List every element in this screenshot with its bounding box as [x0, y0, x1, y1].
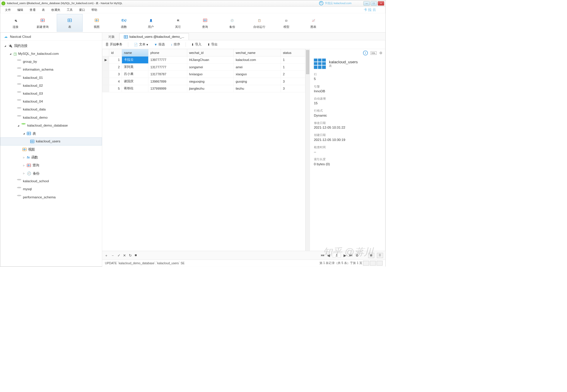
toolbar-query[interactable]: 查询: [192, 14, 218, 32]
tree-db[interactable]: kalacloud_school: [0, 177, 102, 185]
menu-edit[interactable]: 编辑: [15, 7, 26, 12]
table-row[interactable]: 2宋阿美131777777songameiamei1: [102, 64, 305, 71]
col-phone[interactable]: phone: [148, 49, 187, 56]
menu-file[interactable]: 文件: [2, 7, 13, 12]
view-icon: [93, 17, 101, 24]
status-btn-2[interactable]: [370, 261, 376, 265]
toolbar-backup[interactable]: 🕘备份: [219, 14, 245, 32]
page-input[interactable]: [333, 253, 341, 258]
toolbar-user[interactable]: 👤用户: [138, 14, 164, 32]
user-icon: 👤: [147, 17, 155, 24]
table-icon: [124, 35, 128, 38]
grid-mode-button[interactable]: ▦: [368, 253, 374, 258]
menu-window[interactable]: 窗口: [76, 7, 88, 12]
delete-row-button[interactable]: －: [111, 253, 115, 258]
minimize-button[interactable]: —: [363, 1, 370, 6]
status-btn-1[interactable]: [363, 261, 369, 265]
table-row[interactable]: 3吕小果131778787lvxiaoguoxiaoguo2: [102, 71, 305, 78]
col-name[interactable]: name: [122, 49, 148, 56]
tabbar: 对象 kalacloud_users @kalacloud_demo_...: [102, 33, 385, 40]
info-title: kalacloud_users: [329, 59, 358, 64]
navicat-cloud[interactable]: ☁Navicat Cloud: [0, 33, 102, 41]
menu-table[interactable]: 表: [39, 7, 48, 12]
toolbar-function[interactable]: f(x)函数: [111, 14, 137, 32]
sort-button[interactable]: ↕排序: [170, 42, 181, 47]
table-large-icon: [314, 59, 326, 69]
tree-db[interactable]: information_schema: [0, 66, 102, 74]
tree-db[interactable]: kalacloud_04: [0, 98, 102, 105]
import-button[interactable]: ⬇导入: [190, 42, 203, 47]
refresh-button[interactable]: ↻: [129, 253, 132, 258]
tree-db[interactable]: performance_schema: [0, 193, 102, 201]
table-icon: [30, 140, 34, 143]
toolbar-connection[interactable]: 🔌连接: [3, 14, 28, 32]
col-status[interactable]: status: [281, 49, 305, 56]
close-button[interactable]: ✕: [378, 1, 384, 6]
tree-views[interactable]: 视图: [0, 145, 102, 153]
toolbar-view[interactable]: 视图: [84, 14, 110, 32]
data-grid[interactable]: id name phone wechat_id wechat_name stat…: [102, 49, 305, 251]
status-btn-3[interactable]: [377, 261, 382, 265]
query2-icon: [201, 17, 209, 24]
plug-icon: 🔌: [11, 17, 20, 24]
ddl-icon[interactable]: DDL: [370, 51, 376, 55]
toolbar-new-query[interactable]: 新建查询: [30, 14, 55, 32]
menu-view[interactable]: 查看: [27, 7, 38, 12]
record-info: 第 1 条记录（共 5 条）于第 1 页: [320, 261, 362, 265]
begin-transaction-button[interactable]: 🗄开始事务: [104, 42, 124, 47]
tree-db-active[interactable]: ◢kalacloud_demo_database: [0, 122, 102, 129]
form-mode-button[interactable]: ☰: [377, 253, 383, 258]
tree-db[interactable]: kalacloud_02: [0, 82, 102, 90]
prev-page-button[interactable]: ◀: [327, 253, 330, 258]
table-row[interactable]: ▶1卡拉云139777777HiJiangChuankalacloud.com1: [102, 56, 305, 63]
tree-queries[interactable]: ▷查询: [0, 161, 102, 169]
tree-db[interactable]: kalacloud_01: [0, 74, 102, 82]
chart-icon: 📈: [309, 17, 318, 24]
toolbar-automation[interactable]: 📋自动运行: [246, 14, 272, 32]
col-id[interactable]: id: [109, 49, 122, 56]
add-row-button[interactable]: ＋: [105, 253, 108, 258]
stop-button[interactable]: ■: [135, 253, 137, 257]
views-icon: [23, 148, 27, 151]
table-row[interactable]: 4谢国庆139867899xieguoqingguoqing3: [102, 78, 305, 85]
toolbar-table[interactable]: 表: [57, 14, 83, 32]
table-row[interactable]: 5蒋铁柱137999999jiangtiezhutiezhu3: [102, 85, 305, 92]
tree-tables-folder[interactable]: ◢表: [0, 129, 102, 137]
first-page-button[interactable]: ⏮: [321, 253, 324, 257]
brand-watermark: 卡拉云 kalacloud.com: [319, 1, 351, 5]
menu-tools[interactable]: 工具: [64, 7, 75, 12]
tree-table-selected[interactable]: kalacloud_users: [0, 137, 102, 145]
last-page-button[interactable]: ⏭: [349, 253, 353, 257]
tree-connection[interactable]: ◢◳MySQL_for_kalacloud.com: [0, 50, 102, 58]
tree-db[interactable]: kalacloud_03: [0, 90, 102, 98]
menu-help[interactable]: 帮助: [89, 7, 100, 12]
tab-active-table[interactable]: kalacloud_users @kalacloud_demo_...: [119, 33, 189, 40]
text-mode-button[interactable]: 📄文本▾: [133, 42, 149, 47]
tree-root[interactable]: ◢🔌我的连接: [0, 42, 102, 50]
col-wechat-name[interactable]: wechat_name: [234, 49, 281, 56]
vertical-scrollbar[interactable]: [305, 49, 310, 251]
commit-button[interactable]: ✓: [117, 253, 120, 258]
menu-favorites[interactable]: 收藏夹: [49, 7, 63, 12]
page-settings-button[interactable]: ⚙: [356, 253, 359, 258]
tree-db[interactable]: mysql: [0, 185, 102, 193]
tree-db[interactable]: kalacloud_data: [0, 105, 102, 113]
toolbar-chart[interactable]: 📈图表: [300, 14, 326, 32]
next-page-button[interactable]: ▶: [344, 253, 346, 258]
info-icon[interactable]: i: [363, 51, 368, 55]
maximize-button[interactable]: ☐: [370, 1, 377, 6]
export-button[interactable]: ⬆导出: [206, 42, 219, 47]
tree-db[interactable]: kalacloud_demo: [0, 114, 102, 122]
toolbar-model[interactable]: 🗂模型: [274, 14, 299, 32]
tab-objects[interactable]: 对象: [104, 33, 119, 40]
toolbar-other[interactable]: 🛠其它: [165, 14, 191, 32]
col-wechat-id[interactable]: wechat_id: [187, 49, 234, 56]
cancel-button[interactable]: ✕: [123, 253, 126, 258]
tree-db[interactable]: group_by: [0, 58, 102, 66]
gear-icon[interactable]: ⚙: [379, 51, 382, 55]
filter-button[interactable]: ▼筛选: [153, 42, 166, 47]
status-bar: UPDATE `kalacloud_demo_database`.`kalacl…: [102, 260, 385, 266]
tree-functions[interactable]: ▷fx函数: [0, 154, 102, 161]
tree-backups[interactable]: ▷🕘备份: [0, 169, 102, 177]
server-icon: ◳: [13, 52, 17, 56]
